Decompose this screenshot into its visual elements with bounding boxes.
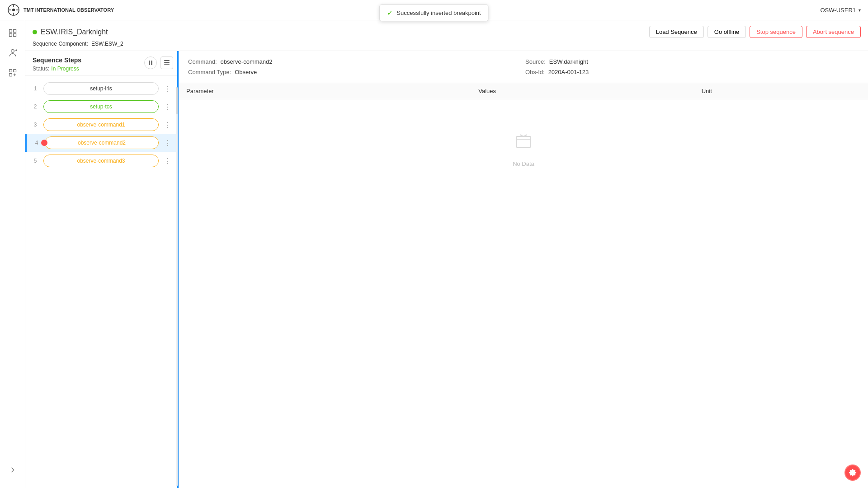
command-info: Command: observe-command2 Source: ESW.da…	[179, 51, 868, 83]
svg-rect-19	[151, 61, 152, 65]
command-value: observe-command2	[221, 58, 273, 65]
user-label: OSW-USER1	[821, 7, 856, 14]
toast-check-icon: ✓	[387, 9, 393, 17]
svg-rect-23	[516, 136, 531, 147]
svg-rect-7	[13, 30, 16, 33]
sequence-buttons: Load Sequence Go offline Stop sequence A…	[649, 26, 861, 38]
step-number: 3	[31, 122, 40, 128]
command-info-grid: Command: observe-command2 Source: ESW.da…	[188, 58, 859, 75]
obsid-value: 2020A-001-123	[548, 69, 589, 75]
svg-point-10	[11, 50, 14, 53]
toast-notification: ✓ Successfully inserted breakpoint	[379, 5, 488, 21]
app-title: TMT INTERNATIONAL OBSERVATORY	[24, 7, 114, 13]
obsid-label: Obs-Id:	[525, 69, 545, 75]
sequence-area: Sequence Steps	[25, 51, 868, 488]
command-label: Command:	[188, 58, 217, 65]
sidebar-item-person[interactable]	[4, 44, 22, 62]
svg-rect-13	[9, 70, 12, 72]
list-view-button[interactable]	[160, 56, 173, 69]
right-panel: Command: observe-command2 Source: ESW.da…	[179, 51, 868, 488]
step-number: 4	[32, 140, 41, 146]
svg-rect-15	[9, 74, 12, 76]
svg-rect-21	[164, 62, 170, 63]
sequence-title: ESW.IRIS_Darknight	[33, 28, 108, 36]
source-label: Source:	[525, 58, 546, 65]
parameter-table-area: Parameter Values Unit	[179, 83, 868, 488]
sidebar-expand-icon[interactable]	[4, 461, 22, 479]
stop-sequence-button[interactable]: Stop sequence	[750, 26, 802, 38]
go-offline-button[interactable]: Go offline	[708, 26, 746, 38]
svg-rect-14	[13, 70, 16, 72]
table-row: 1 setup-iris ⋮	[25, 80, 179, 98]
parameter-table: Parameter Values Unit	[179, 83, 868, 199]
table-row: 5 observe-command3 ⋮	[25, 152, 179, 170]
table-row: 3 observe-command1 ⋮	[25, 116, 179, 134]
breakpoint-dot	[41, 140, 47, 146]
sequence-header: ESW.IRIS_Darknight Load Sequence Go offl…	[25, 20, 868, 51]
sidebar-nav	[0, 20, 25, 488]
command-type-label: Command Type:	[188, 69, 231, 75]
steps-scrollbar-track	[176, 87, 178, 486]
toast-message: Successfully inserted breakpoint	[396, 9, 481, 16]
step-more-icon[interactable]: ⋮	[162, 157, 173, 165]
table-row: 2 setup-tcs ⋮	[25, 98, 179, 116]
sequence-component: Sequence Component: ESW.ESW_2	[33, 41, 861, 47]
svg-rect-18	[149, 61, 150, 65]
logo-icon	[7, 4, 20, 16]
command-field: Command: observe-command2	[188, 58, 522, 65]
step-pill-active[interactable]: observe-command2	[45, 136, 159, 149]
sidebar-item-apps[interactable]	[4, 64, 22, 82]
sequence-name: ESW.IRIS_Darknight	[41, 28, 108, 36]
step-number: 1	[31, 85, 40, 92]
sequence-header-top: ESW.IRIS_Darknight Load Sequence Go offl…	[33, 26, 861, 38]
step-pill[interactable]: observe-command3	[43, 155, 159, 167]
abort-sequence-button[interactable]: Abort sequence	[806, 26, 861, 38]
source-value: ESW.darknight	[549, 58, 588, 65]
column-header-parameter: Parameter	[179, 83, 471, 99]
pause-button[interactable]	[144, 56, 157, 69]
no-data-text: No Data	[513, 160, 534, 167]
step-number: 2	[31, 103, 40, 110]
step-more-icon[interactable]: ⋮	[162, 139, 173, 147]
settings-gear-button[interactable]	[844, 465, 861, 481]
sequence-status-dot	[33, 30, 37, 34]
main-content: ESW.IRIS_Darknight Load Sequence Go offl…	[25, 20, 868, 488]
sequence-component-value: ESW.ESW_2	[91, 41, 123, 47]
svg-rect-22	[164, 64, 170, 65]
steps-scrollbar-thumb	[176, 87, 178, 114]
step-pill[interactable]: setup-tcs	[43, 100, 159, 113]
obsid-field: Obs-Id: 2020A-001-123	[525, 69, 859, 75]
column-header-values: Values	[471, 83, 694, 99]
command-type-value: Observe	[235, 69, 257, 75]
main-layout: ESW.IRIS_Darknight Load Sequence Go offl…	[0, 20, 868, 488]
no-data-container: No Data	[186, 104, 861, 194]
steps-title: Sequence Steps	[33, 56, 81, 64]
step-number: 5	[31, 158, 40, 164]
svg-rect-9	[13, 34, 16, 37]
user-menu[interactable]: OSW-USER1 ▾	[821, 7, 861, 14]
load-sequence-button[interactable]: Load Sequence	[649, 26, 704, 38]
step-more-icon[interactable]: ⋮	[162, 84, 173, 93]
steps-status-label: Status:	[33, 66, 49, 72]
steps-controls	[144, 56, 173, 69]
svg-rect-20	[164, 60, 170, 61]
no-data-icon	[513, 131, 534, 157]
steps-list: 1 setup-iris ⋮ 2 setup-tcs ⋮ 3 observe-c…	[25, 76, 179, 488]
command-type-field: Command Type: Observe	[188, 69, 522, 75]
sequence-component-label: Sequence Component:	[33, 41, 88, 47]
step-more-icon[interactable]: ⋮	[162, 121, 173, 129]
steps-panel: Sequence Steps	[25, 51, 179, 488]
sidebar-item-grid[interactable]	[4, 24, 22, 42]
step-pill[interactable]: setup-iris	[43, 82, 159, 95]
column-header-unit: Unit	[694, 83, 868, 99]
chevron-down-icon: ▾	[859, 8, 861, 13]
svg-rect-8	[9, 34, 12, 37]
svg-rect-6	[9, 30, 12, 33]
step-more-icon[interactable]: ⋮	[162, 103, 173, 111]
steps-status-value: In Progress	[51, 66, 79, 72]
step-pill[interactable]: observe-command1	[43, 118, 159, 131]
svg-point-1	[12, 9, 15, 11]
steps-header: Sequence Steps	[25, 51, 179, 76]
source-field: Source: ESW.darknight	[525, 58, 859, 65]
table-row: 4 observe-command2 ⋮	[25, 134, 179, 152]
